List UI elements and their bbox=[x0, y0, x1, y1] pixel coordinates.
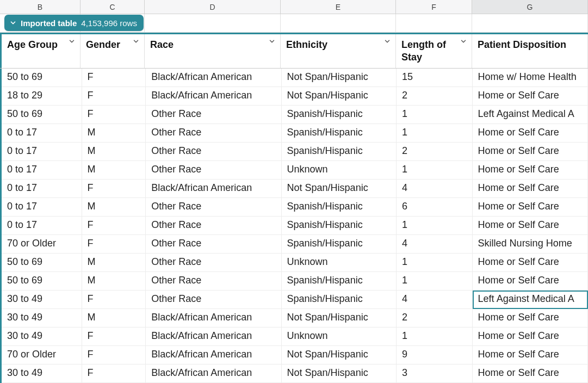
cell-age_group[interactable]: 18 to 29 bbox=[2, 87, 82, 106]
cell-los[interactable]: 1 bbox=[397, 328, 473, 346]
cell-gender[interactable]: F bbox=[82, 235, 146, 254]
blank-cell[interactable] bbox=[145, 14, 281, 33]
cell-los[interactable]: 1 bbox=[397, 124, 473, 143]
cell-los[interactable]: 4 bbox=[397, 291, 473, 309]
cell-gender[interactable]: M bbox=[82, 161, 146, 180]
cell-gender[interactable]: F bbox=[82, 365, 146, 383]
cell-race[interactable]: Black/African American bbox=[146, 180, 281, 198]
cell-ethnicity[interactable]: Not Span/Hispanic bbox=[282, 309, 397, 328]
cell-race[interactable]: Other Race bbox=[146, 106, 281, 124]
chevron-down-icon[interactable] bbox=[268, 38, 276, 45]
header-age-group[interactable]: Age Group bbox=[0, 34, 81, 68]
cell-los[interactable]: 1 bbox=[397, 272, 473, 291]
cell-ethnicity[interactable]: Spanish/Hispanic bbox=[282, 235, 397, 254]
cell-los[interactable]: 1 bbox=[397, 254, 473, 272]
header-length-of-stay[interactable]: Length of Stay bbox=[396, 34, 472, 68]
cell-disp[interactable]: Home or Self Care bbox=[473, 346, 588, 365]
column-header-G[interactable]: G bbox=[472, 0, 588, 14]
blank-cell[interactable] bbox=[396, 14, 472, 33]
cell-disp[interactable]: Home or Self Care bbox=[473, 143, 588, 161]
cell-los[interactable]: 2 bbox=[397, 143, 473, 161]
cell-gender[interactable]: M bbox=[82, 309, 146, 328]
cell-los[interactable]: 1 bbox=[397, 106, 473, 124]
cell-disp[interactable]: Home or Self Care bbox=[473, 217, 588, 235]
cell-gender[interactable]: F bbox=[82, 180, 146, 198]
cell-gender[interactable]: M bbox=[82, 124, 146, 143]
cell-gender[interactable]: M bbox=[82, 143, 146, 161]
cell-race[interactable]: Black/African American bbox=[146, 309, 281, 328]
header-patient-disposition[interactable]: Patient Disposition bbox=[472, 34, 588, 68]
cell-race[interactable]: Black/African American bbox=[146, 365, 281, 383]
header-gender[interactable]: Gender bbox=[81, 34, 145, 68]
cell-race[interactable]: Black/African American bbox=[146, 87, 281, 106]
cell-disp[interactable]: Home or Self Care bbox=[473, 309, 588, 328]
cell-age_group[interactable]: 0 to 17 bbox=[2, 161, 82, 180]
cell-gender[interactable]: F bbox=[82, 291, 146, 309]
cell-ethnicity[interactable]: Not Span/Hispanic bbox=[282, 87, 397, 106]
cell-age_group[interactable]: 30 to 49 bbox=[2, 365, 82, 383]
cell-gender[interactable]: F bbox=[82, 217, 146, 235]
cell-ethnicity[interactable]: Not Span/Hispanic bbox=[282, 346, 397, 365]
cell-race[interactable]: Other Race bbox=[146, 124, 281, 143]
cell-ethnicity[interactable]: Unknown bbox=[282, 254, 397, 272]
blank-cell[interactable] bbox=[281, 14, 396, 33]
cell-disp[interactable]: Home or Self Care bbox=[473, 272, 588, 291]
cell-age_group[interactable]: 70 or Older bbox=[2, 346, 82, 365]
header-race[interactable]: Race bbox=[145, 34, 281, 68]
cell-los[interactable]: 9 bbox=[397, 346, 473, 365]
cell-ethnicity[interactable]: Unknown bbox=[282, 161, 397, 180]
chevron-down-icon[interactable] bbox=[383, 38, 391, 45]
cell-los[interactable]: 4 bbox=[397, 235, 473, 254]
cell-race[interactable]: Other Race bbox=[146, 143, 281, 161]
cell-race[interactable]: Other Race bbox=[146, 254, 281, 272]
cell-race[interactable]: Other Race bbox=[146, 161, 281, 180]
cell-gender[interactable]: F bbox=[82, 69, 146, 87]
chevron-down-icon[interactable] bbox=[460, 38, 467, 45]
cell-los[interactable]: 3 bbox=[397, 365, 473, 383]
cell-los[interactable]: 6 bbox=[397, 198, 473, 217]
cell-race[interactable]: Other Race bbox=[146, 291, 281, 309]
chevron-down-icon[interactable] bbox=[132, 38, 140, 45]
cell-gender[interactable]: M bbox=[82, 198, 146, 217]
cell-age_group[interactable]: 0 to 17 bbox=[2, 124, 82, 143]
cell-gender[interactable]: M bbox=[82, 254, 146, 272]
cell-age_group[interactable]: 70 or Older bbox=[2, 235, 82, 254]
cell-age_group[interactable]: 30 to 49 bbox=[2, 328, 82, 346]
cell-disp[interactable]: Home or Self Care bbox=[473, 87, 588, 106]
cell-ethnicity[interactable]: Not Span/Hispanic bbox=[282, 365, 397, 383]
cell-ethnicity[interactable]: Spanish/Hispanic bbox=[282, 143, 397, 161]
cell-race[interactable]: Black/African American bbox=[146, 346, 281, 365]
chevron-down-icon[interactable] bbox=[68, 38, 76, 45]
column-header-B[interactable]: B bbox=[0, 0, 81, 14]
cell-race[interactable]: Other Race bbox=[146, 235, 281, 254]
cell-disp[interactable]: Skilled Nursing Home bbox=[473, 235, 588, 254]
cell-age_group[interactable]: 50 to 69 bbox=[2, 272, 82, 291]
cell-disp[interactable]: Home or Self Care bbox=[473, 254, 588, 272]
column-header-C[interactable]: C bbox=[81, 0, 145, 14]
cell-ethnicity[interactable]: Not Span/Hispanic bbox=[282, 69, 397, 87]
cell-age_group[interactable]: 50 to 69 bbox=[2, 254, 82, 272]
column-header-E[interactable]: E bbox=[281, 0, 396, 14]
cell-gender[interactable]: F bbox=[82, 328, 146, 346]
cell-disp[interactable]: Home w/ Home Health bbox=[473, 69, 588, 87]
cell-disp[interactable]: Home or Self Care bbox=[473, 198, 588, 217]
column-header-F[interactable]: F bbox=[396, 0, 472, 14]
cell-ethnicity[interactable]: Spanish/Hispanic bbox=[282, 124, 397, 143]
cell-disp[interactable]: Home or Self Care bbox=[473, 328, 588, 346]
cell-disp[interactable]: Home or Self Care bbox=[473, 124, 588, 143]
cell-ethnicity[interactable]: Spanish/Hispanic bbox=[282, 291, 397, 309]
cell-los[interactable]: 1 bbox=[397, 217, 473, 235]
cell-gender[interactable]: F bbox=[82, 346, 146, 365]
cell-ethnicity[interactable]: Spanish/Hispanic bbox=[282, 106, 397, 124]
cell-race[interactable]: Black/African American bbox=[146, 69, 281, 87]
cell-los[interactable]: 2 bbox=[397, 87, 473, 106]
blank-cell[interactable] bbox=[472, 14, 588, 33]
cell-race[interactable]: Other Race bbox=[146, 217, 281, 235]
cell-disp[interactable]: Home or Self Care bbox=[473, 180, 588, 198]
cell-age_group[interactable]: 0 to 17 bbox=[2, 143, 82, 161]
cell-age_group[interactable]: 30 to 49 bbox=[2, 291, 82, 309]
cell-race[interactable]: Other Race bbox=[146, 198, 281, 217]
cell-age_group[interactable]: 30 to 49 bbox=[2, 309, 82, 328]
cell-disp[interactable]: Home or Self Care bbox=[473, 161, 588, 180]
cell-los[interactable]: 2 bbox=[397, 309, 473, 328]
